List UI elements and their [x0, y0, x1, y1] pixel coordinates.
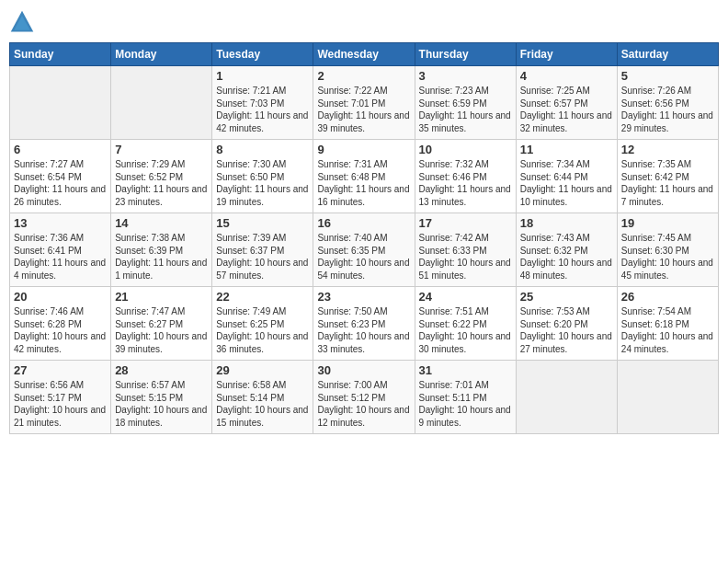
day-info: Sunrise: 7:54 AM Sunset: 6:18 PM Dayligh… [621, 305, 714, 355]
day-number: 31 [419, 363, 512, 377]
day-info: Sunrise: 7:50 AM Sunset: 6:23 PM Dayligh… [317, 305, 410, 355]
logo [9, 9, 39, 35]
calendar-cell: 23Sunrise: 7:50 AM Sunset: 6:23 PM Dayli… [313, 287, 415, 361]
day-info: Sunrise: 7:21 AM Sunset: 7:03 PM Dayligh… [216, 85, 309, 134]
day-number: 17 [419, 216, 512, 230]
week-row-2: 6Sunrise: 7:27 AM Sunset: 6:54 PM Daylig… [10, 140, 719, 213]
calendar-cell: 30Sunrise: 7:00 AM Sunset: 5:12 PM Dayli… [313, 361, 415, 434]
calendar-cell: 16Sunrise: 7:40 AM Sunset: 6:35 PM Dayli… [313, 213, 415, 287]
calendar-cell: 7Sunrise: 7:29 AM Sunset: 6:52 PM Daylig… [111, 140, 212, 213]
calendar-cell: 6Sunrise: 7:27 AM Sunset: 6:54 PM Daylig… [10, 140, 111, 213]
day-number: 1 [216, 69, 309, 83]
calendar-cell: 28Sunrise: 6:57 AM Sunset: 5:15 PM Dayli… [111, 361, 212, 434]
day-number: 19 [621, 216, 714, 230]
day-info: Sunrise: 7:49 AM Sunset: 6:25 PM Dayligh… [216, 305, 309, 355]
day-info: Sunrise: 7:26 AM Sunset: 6:56 PM Dayligh… [621, 85, 714, 134]
week-row-1: 1Sunrise: 7:21 AM Sunset: 7:03 PM Daylig… [10, 66, 719, 140]
day-number: 21 [115, 290, 208, 304]
calendar-cell: 9Sunrise: 7:31 AM Sunset: 6:48 PM Daylig… [313, 140, 415, 213]
header-row: SundayMondayTuesdayWednesdayThursdayFrid… [10, 43, 719, 66]
calendar-cell: 21Sunrise: 7:47 AM Sunset: 6:27 PM Dayli… [111, 287, 212, 361]
calendar-cell [10, 66, 111, 140]
day-info: Sunrise: 7:39 AM Sunset: 6:37 PM Dayligh… [216, 232, 309, 282]
calendar-cell: 17Sunrise: 7:42 AM Sunset: 6:33 PM Dayli… [415, 213, 516, 287]
day-info: Sunrise: 7:23 AM Sunset: 6:59 PM Dayligh… [419, 85, 512, 134]
day-info: Sunrise: 7:27 AM Sunset: 6:54 PM Dayligh… [14, 158, 107, 208]
header-thursday: Thursday [415, 43, 516, 66]
calendar-cell: 15Sunrise: 7:39 AM Sunset: 6:37 PM Dayli… [212, 213, 313, 287]
calendar-cell: 24Sunrise: 7:51 AM Sunset: 6:22 PM Dayli… [415, 287, 516, 361]
day-number: 4 [520, 69, 613, 83]
calendar-cell [516, 361, 617, 434]
header-saturday: Saturday [617, 43, 718, 66]
day-number: 23 [317, 290, 410, 304]
day-info: Sunrise: 7:45 AM Sunset: 6:30 PM Dayligh… [621, 232, 714, 282]
day-info: Sunrise: 7:30 AM Sunset: 6:50 PM Dayligh… [216, 158, 309, 208]
calendar-cell: 8Sunrise: 7:30 AM Sunset: 6:50 PM Daylig… [212, 140, 313, 213]
calendar-cell: 22Sunrise: 7:49 AM Sunset: 6:25 PM Dayli… [212, 287, 313, 361]
day-info: Sunrise: 7:34 AM Sunset: 6:44 PM Dayligh… [520, 158, 613, 208]
day-number: 8 [216, 143, 309, 156]
calendar-cell: 5Sunrise: 7:26 AM Sunset: 6:56 PM Daylig… [617, 66, 718, 140]
logo-icon [9, 9, 35, 35]
header-wednesday: Wednesday [313, 43, 415, 66]
calendar-cell: 26Sunrise: 7:54 AM Sunset: 6:18 PM Dayli… [617, 287, 718, 361]
calendar-cell: 19Sunrise: 7:45 AM Sunset: 6:30 PM Dayli… [617, 213, 718, 287]
calendar-cell: 2Sunrise: 7:22 AM Sunset: 7:01 PM Daylig… [313, 66, 415, 140]
header-tuesday: Tuesday [212, 43, 313, 66]
day-info: Sunrise: 7:42 AM Sunset: 6:33 PM Dayligh… [419, 232, 512, 282]
day-number: 5 [621, 69, 714, 83]
calendar-cell: 13Sunrise: 7:36 AM Sunset: 6:41 PM Dayli… [10, 213, 111, 287]
week-row-5: 27Sunrise: 6:56 AM Sunset: 5:17 PM Dayli… [10, 361, 719, 434]
calendar-cell: 12Sunrise: 7:35 AM Sunset: 6:42 PM Dayli… [617, 140, 718, 213]
header-monday: Monday [111, 43, 212, 66]
day-number: 7 [115, 143, 208, 156]
day-info: Sunrise: 7:43 AM Sunset: 6:32 PM Dayligh… [520, 232, 613, 282]
day-number: 24 [419, 290, 512, 304]
calendar-cell: 14Sunrise: 7:38 AM Sunset: 6:39 PM Dayli… [111, 213, 212, 287]
day-info: Sunrise: 7:00 AM Sunset: 5:12 PM Dayligh… [317, 379, 410, 429]
day-info: Sunrise: 7:40 AM Sunset: 6:35 PM Dayligh… [317, 232, 410, 282]
day-number: 26 [621, 290, 714, 304]
calendar-cell: 3Sunrise: 7:23 AM Sunset: 6:59 PM Daylig… [415, 66, 516, 140]
day-info: Sunrise: 7:29 AM Sunset: 6:52 PM Dayligh… [115, 158, 208, 208]
day-number: 30 [317, 363, 410, 377]
day-number: 25 [520, 290, 613, 304]
day-info: Sunrise: 6:58 AM Sunset: 5:14 PM Dayligh… [216, 379, 309, 429]
day-number: 28 [115, 363, 208, 377]
day-number: 16 [317, 216, 410, 230]
calendar-table: SundayMondayTuesdayWednesdayThursdayFrid… [9, 42, 719, 434]
day-info: Sunrise: 7:47 AM Sunset: 6:27 PM Dayligh… [115, 305, 208, 355]
day-number: 3 [419, 69, 512, 83]
calendar-cell: 27Sunrise: 6:56 AM Sunset: 5:17 PM Dayli… [10, 361, 111, 434]
day-number: 12 [621, 143, 714, 156]
day-number: 20 [14, 290, 107, 304]
calendar-cell: 20Sunrise: 7:46 AM Sunset: 6:28 PM Dayli… [10, 287, 111, 361]
day-info: Sunrise: 7:46 AM Sunset: 6:28 PM Dayligh… [14, 305, 107, 355]
day-info: Sunrise: 7:36 AM Sunset: 6:41 PM Dayligh… [14, 232, 107, 282]
day-number: 6 [14, 143, 107, 156]
day-info: Sunrise: 7:32 AM Sunset: 6:46 PM Dayligh… [419, 158, 512, 208]
calendar-cell: 31Sunrise: 7:01 AM Sunset: 5:11 PM Dayli… [415, 361, 516, 434]
calendar-cell: 4Sunrise: 7:25 AM Sunset: 6:57 PM Daylig… [516, 66, 617, 140]
day-number: 29 [216, 363, 309, 377]
day-number: 14 [115, 216, 208, 230]
calendar-cell: 1Sunrise: 7:21 AM Sunset: 7:03 PM Daylig… [212, 66, 313, 140]
day-number: 15 [216, 216, 309, 230]
day-info: Sunrise: 7:51 AM Sunset: 6:22 PM Dayligh… [419, 305, 512, 355]
day-number: 13 [14, 216, 107, 230]
day-info: Sunrise: 7:31 AM Sunset: 6:48 PM Dayligh… [317, 158, 410, 208]
day-number: 10 [419, 143, 512, 156]
header-friday: Friday [516, 43, 617, 66]
day-info: Sunrise: 6:56 AM Sunset: 5:17 PM Dayligh… [14, 379, 107, 429]
week-row-4: 20Sunrise: 7:46 AM Sunset: 6:28 PM Dayli… [10, 287, 719, 361]
day-number: 2 [317, 69, 410, 83]
day-info: Sunrise: 7:01 AM Sunset: 5:11 PM Dayligh… [419, 379, 512, 429]
page-header [9, 9, 719, 35]
day-number: 18 [520, 216, 613, 230]
calendar-cell [111, 66, 212, 140]
calendar-cell: 10Sunrise: 7:32 AM Sunset: 6:46 PM Dayli… [415, 140, 516, 213]
calendar-cell: 29Sunrise: 6:58 AM Sunset: 5:14 PM Dayli… [212, 361, 313, 434]
day-number: 22 [216, 290, 309, 304]
day-info: Sunrise: 7:35 AM Sunset: 6:42 PM Dayligh… [621, 158, 714, 208]
